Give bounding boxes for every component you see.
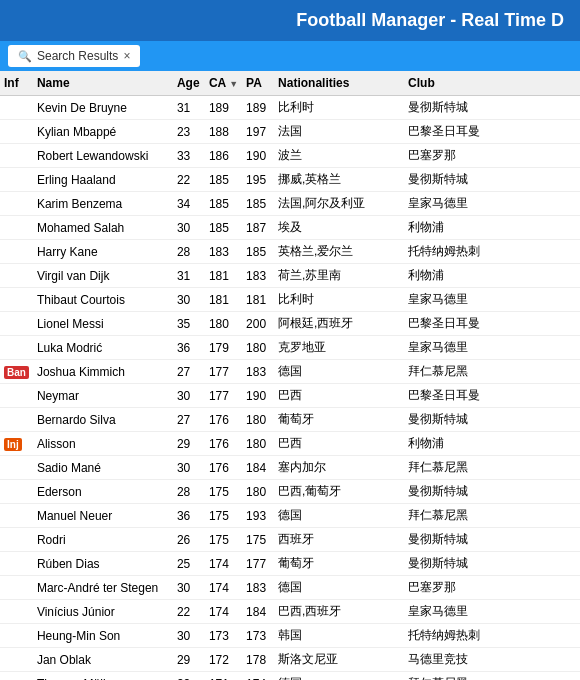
cell-name[interactable]: Harry Kane xyxy=(33,240,173,264)
cell-ca: 177 xyxy=(205,360,242,384)
table-header-row: Inf Name Age CA ▼ PA Nationalities Club xyxy=(0,71,580,96)
cell-pa: 181 xyxy=(242,288,274,312)
cell-inf xyxy=(0,192,33,216)
cell-ca: 181 xyxy=(205,264,242,288)
cell-name[interactable]: Thibaut Courtois xyxy=(33,288,173,312)
cell-pa: 180 xyxy=(242,480,274,504)
table-row[interactable]: Manuel Neuer36175193德国拜仁慕尼黑 xyxy=(0,504,580,528)
cell-name[interactable]: Virgil van Dijk xyxy=(33,264,173,288)
cell-pa: 180 xyxy=(242,336,274,360)
cell-pa: 175 xyxy=(242,528,274,552)
cell-name[interactable]: Bernardo Silva xyxy=(33,408,173,432)
cell-nationalities: 克罗地亚 xyxy=(274,336,404,360)
cell-name[interactable]: Rodri xyxy=(33,528,173,552)
cell-name[interactable]: Jan Oblak xyxy=(33,648,173,672)
cell-club: 托特纳姆热刺 xyxy=(404,624,580,648)
cell-name[interactable]: Lionel Messi xyxy=(33,312,173,336)
cell-pa: 184 xyxy=(242,456,274,480)
cell-name[interactable]: Sadio Mané xyxy=(33,456,173,480)
table-row[interactable]: Thomas Müller32171174德国拜仁慕尼黑 xyxy=(0,672,580,681)
cell-pa: 173 xyxy=(242,624,274,648)
cell-ca: 185 xyxy=(205,168,242,192)
cell-inf xyxy=(0,216,33,240)
table-row[interactable]: Karim Benzema34185185法国,阿尔及利亚皇家马德里 xyxy=(0,192,580,216)
cell-name[interactable]: Robert Lewandowski xyxy=(33,144,173,168)
cell-club: 皇家马德里 xyxy=(404,600,580,624)
cell-name[interactable]: Alisson xyxy=(33,432,173,456)
cell-club: 皇家马德里 xyxy=(404,192,580,216)
table-row[interactable]: Kevin De Bruyne31189189比利时曼彻斯特城 xyxy=(0,96,580,120)
table-row[interactable]: Robert Lewandowski33186190波兰巴塞罗那 xyxy=(0,144,580,168)
close-icon[interactable]: × xyxy=(123,49,130,63)
table-row[interactable]: Marc-André ter Stegen30174183德国巴塞罗那 xyxy=(0,576,580,600)
col-header-ca[interactable]: CA ▼ xyxy=(205,71,242,96)
table-row[interactable]: Luka Modrić36179180克罗地亚皇家马德里 xyxy=(0,336,580,360)
cell-ca: 189 xyxy=(205,96,242,120)
cell-pa: 190 xyxy=(242,144,274,168)
cell-name[interactable]: Marc-André ter Stegen xyxy=(33,576,173,600)
cell-name[interactable]: Heung-Min Son xyxy=(33,624,173,648)
cell-inf xyxy=(0,456,33,480)
table-row[interactable]: Heung-Min Son30173173韩国托特纳姆热刺 xyxy=(0,624,580,648)
cell-pa: 183 xyxy=(242,264,274,288)
table-row[interactable]: BanJoshua Kimmich27177183德国拜仁慕尼黑 xyxy=(0,360,580,384)
col-header-name[interactable]: Name xyxy=(33,71,173,96)
cell-club: 拜仁慕尼黑 xyxy=(404,456,580,480)
cell-name[interactable]: Erling Haaland xyxy=(33,168,173,192)
cell-club: 巴塞罗那 xyxy=(404,144,580,168)
table-row[interactable]: Mohamed Salah30185187埃及利物浦 xyxy=(0,216,580,240)
cell-ca: 171 xyxy=(205,672,242,681)
cell-name[interactable]: Thomas Müller xyxy=(33,672,173,681)
table-row[interactable]: Rodri26175175西班牙曼彻斯特城 xyxy=(0,528,580,552)
cell-pa: 180 xyxy=(242,432,274,456)
cell-name[interactable]: Ederson xyxy=(33,480,173,504)
cell-name[interactable]: Rúben Dias xyxy=(33,552,173,576)
cell-pa: 200 xyxy=(242,312,274,336)
col-header-pa[interactable]: PA xyxy=(242,71,274,96)
table-row[interactable]: Lionel Messi35180200阿根廷,西班牙巴黎圣日耳曼 xyxy=(0,312,580,336)
cell-age: 31 xyxy=(173,264,205,288)
cell-nationalities: 英格兰,爱尔兰 xyxy=(274,240,404,264)
cell-age: 36 xyxy=(173,504,205,528)
cell-name[interactable]: Vinícius Júnior xyxy=(33,600,173,624)
table-row[interactable]: Sadio Mané30176184塞内加尔拜仁慕尼黑 xyxy=(0,456,580,480)
cell-inf xyxy=(0,528,33,552)
cell-pa: 177 xyxy=(242,552,274,576)
cell-age: 31 xyxy=(173,96,205,120)
table-row[interactable]: Thibaut Courtois30181181比利时皇家马德里 xyxy=(0,288,580,312)
search-results-tab[interactable]: 🔍 Search Results × xyxy=(8,45,140,67)
cell-name[interactable]: Manuel Neuer xyxy=(33,504,173,528)
table-row[interactable]: Virgil van Dijk31181183荷兰,苏里南利物浦 xyxy=(0,264,580,288)
cell-name[interactable]: Kevin De Bruyne xyxy=(33,96,173,120)
cell-name[interactable]: Neymar xyxy=(33,384,173,408)
cell-club: 皇家马德里 xyxy=(404,288,580,312)
cell-name[interactable]: Kylian Mbappé xyxy=(33,120,173,144)
table-row[interactable]: Neymar30177190巴西巴黎圣日耳曼 xyxy=(0,384,580,408)
cell-name[interactable]: Joshua Kimmich xyxy=(33,360,173,384)
table-row[interactable]: Jan Oblak29172178斯洛文尼亚马德里竞技 xyxy=(0,648,580,672)
cell-age: 29 xyxy=(173,432,205,456)
cell-club: 曼彻斯特城 xyxy=(404,168,580,192)
cell-name[interactable]: Karim Benzema xyxy=(33,192,173,216)
cell-inf xyxy=(0,504,33,528)
cell-pa: 185 xyxy=(242,240,274,264)
cell-name[interactable]: Luka Modrić xyxy=(33,336,173,360)
table-row[interactable]: Harry Kane28183185英格兰,爱尔兰托特纳姆热刺 xyxy=(0,240,580,264)
table-row[interactable]: Erling Haaland22185195挪威,英格兰曼彻斯特城 xyxy=(0,168,580,192)
table-row[interactable]: Bernardo Silva27176180葡萄牙曼彻斯特城 xyxy=(0,408,580,432)
cell-age: 32 xyxy=(173,672,205,681)
col-header-age[interactable]: Age xyxy=(173,71,205,96)
col-header-nationalities: Nationalities xyxy=(274,71,404,96)
cell-pa: 174 xyxy=(242,672,274,681)
table-row[interactable]: InjAlisson29176180巴西利物浦 xyxy=(0,432,580,456)
cell-name[interactable]: Mohamed Salah xyxy=(33,216,173,240)
cell-nationalities: 德国 xyxy=(274,576,404,600)
table-row[interactable]: Kylian Mbappé23188197法国巴黎圣日耳曼 xyxy=(0,120,580,144)
table-row[interactable]: Rúben Dias25174177葡萄牙曼彻斯特城 xyxy=(0,552,580,576)
cell-ca: 177 xyxy=(205,384,242,408)
cell-age: 36 xyxy=(173,336,205,360)
table-row[interactable]: Vinícius Júnior22174184巴西,西班牙皇家马德里 xyxy=(0,600,580,624)
cell-nationalities: 韩国 xyxy=(274,624,404,648)
table-row[interactable]: Ederson28175180巴西,葡萄牙曼彻斯特城 xyxy=(0,480,580,504)
cell-ca: 185 xyxy=(205,216,242,240)
